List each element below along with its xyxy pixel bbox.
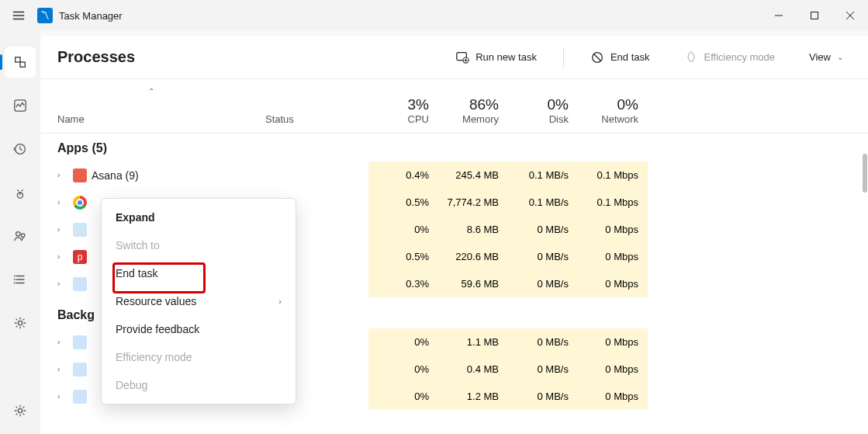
close-button[interactable] — [832, 0, 868, 31]
disk-label: Disk — [549, 113, 569, 125]
sidebar-performance[interactable] — [5, 90, 36, 121]
row-mem: 220.6 MB — [438, 243, 508, 270]
sort-indicator-icon: ⌃ — [148, 87, 154, 95]
col-status-label: Status — [265, 113, 359, 125]
close-icon — [846, 11, 855, 20]
row-cpu: 0% — [368, 383, 438, 410]
sidebar-startup[interactable] — [5, 177, 36, 208]
row-status-cell — [256, 161, 368, 189]
expand-icon[interactable]: › — [57, 198, 68, 207]
col-memory[interactable]: 86%Memory — [438, 79, 508, 133]
startup-icon — [13, 186, 27, 200]
end-task-icon — [590, 50, 604, 64]
svg-point-7 — [21, 234, 25, 238]
col-cpu[interactable]: 3%CPU — [368, 79, 438, 133]
col-name[interactable]: ⌃ Name — [40, 79, 256, 133]
view-dropdown[interactable]: View ⌄ — [801, 47, 851, 68]
performance-icon — [13, 99, 27, 113]
expand-icon[interactable]: › — [57, 392, 68, 401]
row-net: 0 Mbps — [578, 328, 648, 356]
ctx-expand[interactable]: Expand — [102, 203, 296, 231]
svg-rect-0 — [811, 12, 818, 19]
row-disk: 0 MB/s — [508, 216, 578, 243]
row-cpu: 0.5% — [368, 243, 438, 270]
svg-rect-2 — [20, 62, 25, 67]
col-network[interactable]: 0%Network — [578, 79, 648, 133]
scrollbar-thumb[interactable] — [863, 154, 867, 193]
maximize-icon — [810, 11, 819, 20]
row-cpu: 0% — [368, 356, 438, 383]
minimize-button[interactable] — [761, 0, 797, 31]
sidebar-history[interactable] — [5, 134, 36, 165]
expand-icon[interactable]: › — [57, 171, 68, 179]
group-apps[interactable]: Apps (5) — [40, 134, 868, 161]
sidebar-processes[interactable] — [5, 47, 36, 78]
row-mem: 59.6 MB — [438, 270, 508, 297]
col-disk[interactable]: 0%Disk — [508, 79, 578, 133]
table-row[interactable]: › Asana (9) 0.4% 245.4 MB 0.1 MB/s 0.1 M… — [40, 161, 868, 189]
row-mem: 8.6 MB — [438, 216, 508, 243]
mem-label: Memory — [462, 113, 499, 125]
expand-icon[interactable]: › — [57, 252, 68, 261]
app-icon-4: p — [73, 250, 87, 264]
expand-icon[interactable]: › — [57, 279, 68, 288]
ctx-debug: Debug — [102, 371, 296, 399]
ctx-switch-to: Switch to — [102, 231, 296, 259]
window-controls — [761, 0, 868, 31]
ctx-feedback[interactable]: Provide feedback — [102, 315, 296, 343]
sidebar-settings[interactable] — [5, 395, 36, 426]
row-disk: 0 MB/s — [508, 356, 578, 383]
ctx-end-task[interactable]: End task — [102, 259, 296, 287]
sidebar-services[interactable] — [5, 307, 36, 339]
svg-point-10 — [14, 283, 16, 284]
users-icon — [13, 229, 27, 243]
context-menu: Expand Switch to End task Resource value… — [101, 198, 296, 404]
row-cpu: 0% — [368, 328, 438, 356]
sidebar-users[interactable] — [5, 220, 36, 252]
end-task-button[interactable]: End task — [583, 46, 658, 69]
history-icon — [13, 142, 27, 156]
maximize-button[interactable] — [797, 0, 832, 31]
net-label: Network — [601, 113, 638, 125]
run-task-label: Run new task — [475, 51, 537, 63]
row-mem: 7,774.2 MB — [438, 189, 508, 216]
bg-icon — [73, 390, 87, 404]
row-net: 0.1 Mbps — [578, 161, 648, 189]
row-cpu: 0.3% — [368, 270, 438, 297]
efficiency-icon — [684, 50, 698, 64]
expand-icon[interactable]: › — [57, 365, 68, 373]
row-net: 0 Mbps — [578, 216, 648, 243]
row-mem: 1.1 MB — [438, 328, 508, 356]
bg-icon — [73, 363, 87, 377]
row-cpu: 0% — [368, 216, 438, 243]
details-icon — [13, 273, 27, 286]
net-pct: 0% — [617, 96, 638, 113]
row-disk: 0 MB/s — [508, 383, 578, 410]
row-net: 0 Mbps — [578, 383, 648, 410]
run-new-task-button[interactable]: Run new task — [448, 46, 545, 69]
expand-icon[interactable]: › — [57, 225, 68, 234]
bg-icon — [73, 335, 87, 349]
end-task-label: End task — [610, 51, 650, 63]
svg-rect-1 — [16, 57, 20, 62]
row-disk: 0.1 MB/s — [508, 189, 578, 216]
row-name-cell: › Asana (9) — [40, 161, 256, 189]
disk-pct: 0% — [548, 96, 569, 113]
hamburger-button[interactable] — [0, 0, 37, 31]
row-mem: 0.4 MB — [438, 356, 508, 383]
sidebar-details[interactable] — [5, 264, 36, 295]
processes-icon — [13, 55, 27, 69]
services-icon — [13, 316, 27, 330]
row-disk: 0 MB/s — [508, 328, 578, 356]
app-icon-3 — [73, 223, 87, 237]
row-disk: 0.1 MB/s — [508, 161, 578, 189]
header-actions: Run new task End task Efficiency mode Vi… — [448, 46, 851, 69]
col-status[interactable]: Status — [256, 79, 368, 133]
sidebar — [0, 31, 40, 434]
row-cpu: 0.4% — [368, 161, 438, 189]
ctx-resource-values[interactable]: Resource values › — [102, 287, 296, 315]
expand-icon[interactable]: › — [57, 338, 68, 346]
col-name-label: Name — [57, 113, 247, 125]
ctx-resource-values-label: Resource values — [116, 295, 196, 307]
row-mem: 1.2 MB — [438, 383, 508, 410]
